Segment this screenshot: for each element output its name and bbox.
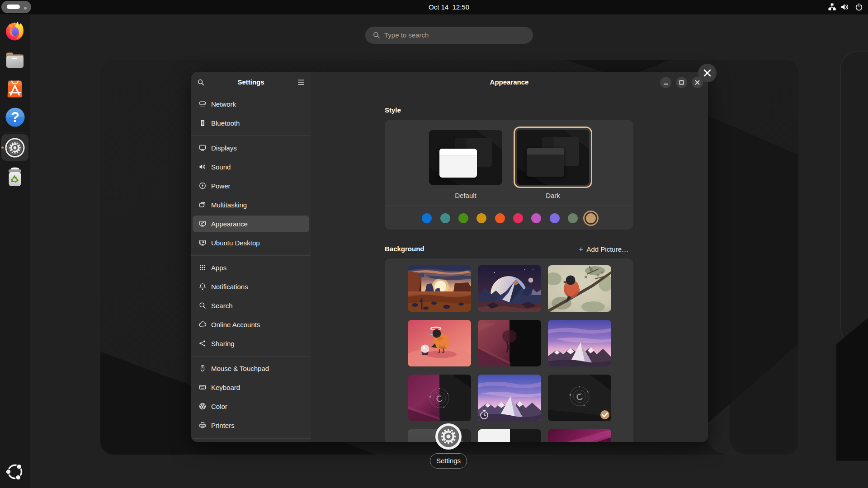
svg-text:?: ?	[11, 109, 19, 125]
